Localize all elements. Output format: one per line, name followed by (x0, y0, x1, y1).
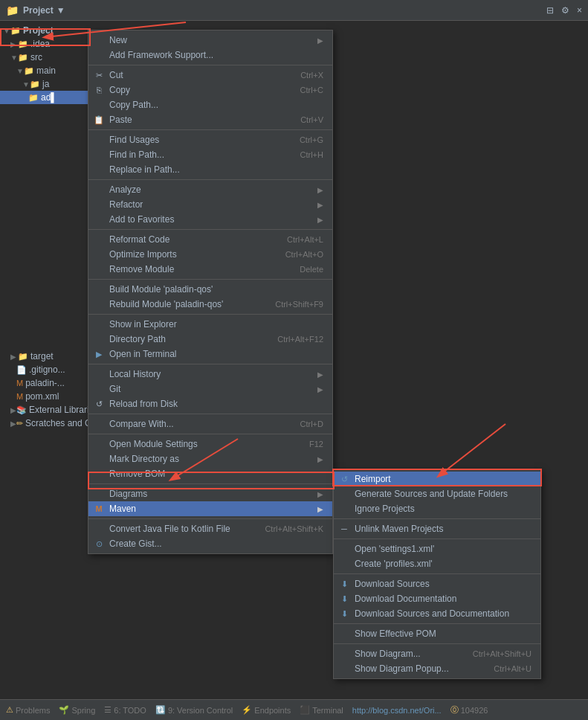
title-dropdown-arrow[interactable]: ▼ (56, 5, 65, 16)
tree-item-selected[interactable]: 📁 ad▌ (0, 91, 89, 104)
menu-item-copy-path[interactable]: Copy Path... (88, 97, 332, 112)
status-problems[interactable]: ⚠ Problems (6, 705, 50, 715)
project-icon: 📁 (6, 4, 19, 16)
menu-item-framework[interactable]: Add Framework Support... (88, 48, 332, 62)
tree-item-idea[interactable]: ▶ 📁 .idea (0, 37, 89, 51)
problems-label: Problems (16, 706, 50, 715)
menu-item-remove-bom[interactable]: Remove BOM (88, 466, 332, 481)
copy-icon: ⎘ (93, 84, 105, 96)
menu-item-maven[interactable]: M Maven ▶ (88, 501, 332, 516)
menu-item-optimize[interactable]: Optimize Imports Ctrl+Alt+O (88, 247, 332, 262)
status-version-control[interactable]: 🔃 9: Version Control (155, 705, 233, 715)
status-counter[interactable]: ⓪ 104926 (450, 704, 488, 716)
menu-item-compare[interactable]: Compare With... Ctrl+D (88, 417, 332, 431)
arrow-ext: ▶ (10, 406, 16, 414)
menu-item-find-usages[interactable]: Find Usages Ctrl+G (88, 132, 332, 147)
menu-item-find-in-path[interactable]: Find in Path... Ctrl+H (88, 147, 332, 162)
status-spring[interactable]: 🌱 Spring (59, 705, 95, 715)
menu-item-build-module[interactable]: Build Module 'paladin-qos' (88, 282, 332, 297)
submenu-item-create-profiles[interactable]: Create 'profiles.xml' (334, 556, 540, 571)
status-url[interactable]: http://blog.csdn.net/Ori... (352, 706, 442, 715)
shortcut-cut: Ctrl+X (285, 71, 323, 80)
submenu-item-open-settings[interactable]: Open 'settings1.xml' (334, 541, 540, 556)
submenu-sep-1 (334, 518, 540, 519)
menu-item-diagrams[interactable]: Diagrams ▶ (88, 486, 332, 501)
menu-label-build-module: Build Module 'paladin-qos' (109, 284, 213, 295)
tree-item-src[interactable]: ▼ 📁 src (0, 51, 89, 64)
menu-item-cut[interactable]: ✂ Cut Ctrl+X (88, 68, 332, 83)
menu-item-open-terminal[interactable]: ▶ Open in Terminal (88, 347, 332, 361)
menu-item-refactor[interactable]: Refactor ▶ (88, 197, 332, 212)
submenu-item-gen-sources[interactable]: Generate Sources and Update Folders (334, 486, 540, 501)
menu-item-mark-directory[interactable]: Mark Directory as ▶ (88, 451, 332, 466)
paste-icon: 📋 (93, 114, 105, 126)
submenu-item-ignore[interactable]: Ignore Projects (334, 501, 540, 516)
separator-8 (88, 414, 332, 414)
menu-item-git[interactable]: Git ▶ (88, 382, 332, 396)
separator-7 (88, 364, 332, 364)
tree-item-scratches[interactable]: ▶ ✏ Scratches and Consoles (0, 417, 89, 430)
tree-item-paladin[interactable]: M paladin-... (0, 376, 89, 390)
arrow-project: ▼ (3, 27, 10, 35)
gist-icon: ⊙ (93, 538, 105, 550)
menu-label-maven: Maven (109, 504, 136, 514)
submenu-label-gen-sources: Generate Sources and Update Folders (355, 489, 508, 499)
tree-label-selected: ad▌ (41, 92, 57, 103)
menu-item-reload-disk[interactable]: ↺ Reload from Disk (88, 396, 332, 411)
menu-item-paste[interactable]: 📋 Paste Ctrl+V (88, 112, 332, 127)
menu-item-local-history[interactable]: Local History ▶ (88, 367, 332, 382)
spring-label: Spring (71, 706, 95, 715)
menu-item-new[interactable]: New ▶ (88, 33, 332, 48)
submenu-item-effective-pom[interactable]: Show Effective POM (334, 626, 540, 641)
title-bar-title: Project (23, 5, 54, 16)
menu-label-diagrams: Diagrams (109, 489, 147, 499)
submenu-item-diagram-popup[interactable]: Show Diagram Popup... Ctrl+Alt+U (334, 661, 540, 676)
menu-item-replace-path[interactable]: Replace in Path... (88, 162, 332, 177)
tree-item-pom[interactable]: M pom.xml (0, 390, 89, 403)
shortcut-copy: Ctrl+C (285, 86, 323, 94)
menu-label-copy: Copy (109, 85, 130, 95)
status-endpoints[interactable]: ⚡ Endpoints (242, 705, 291, 715)
tree-item-target[interactable]: ▶ 📁 target (0, 350, 89, 363)
tree-item-ext-libs[interactable]: ▶ 📚 External Libraries (0, 403, 89, 417)
submenu-label-download-sources: Download Sources (355, 579, 430, 589)
title-bar: 📁 Project ▼ ⊟ ⚙ × (0, 0, 588, 21)
settings-icon[interactable]: ⚙ (561, 5, 569, 16)
menu-item-copy[interactable]: ⎘ Copy Ctrl+C (88, 83, 332, 97)
project-tree: ▼ 📁 Project ▶ 📁 .idea ▼ 📁 src ▼ 📁 main ▼… (0, 21, 89, 433)
submenu-item-download-both[interactable]: ⬇ Download Sources and Documentation (334, 606, 540, 621)
separator-9 (88, 434, 332, 434)
arrow-idea: ▶ (10, 40, 18, 48)
submenu-item-reimport[interactable]: ↺ Reimport (334, 472, 540, 486)
menu-item-analyze[interactable]: Analyze ▶ (88, 182, 332, 197)
menu-item-show-explorer[interactable]: Show in Explorer (88, 317, 332, 332)
menu-item-remove-module[interactable]: Remove Module Delete (88, 262, 332, 277)
menu-item-dir-path[interactable]: Directory Path Ctrl+Alt+F12 (88, 332, 332, 347)
menu-item-reformat[interactable]: Reformat Code Ctrl+Alt+L (88, 232, 332, 247)
menu-item-rebuild-module[interactable]: Rebuild Module 'paladin-qos' Ctrl+Shift+… (88, 297, 332, 312)
separator-10 (88, 483, 332, 484)
submenu-item-show-diagram[interactable]: Show Diagram... Ctrl+Alt+Shift+U (334, 646, 540, 661)
tree-item-main[interactable]: ▼ 📁 main (0, 64, 89, 77)
submenu-item-download-sources[interactable]: ⬇ Download Sources (334, 576, 540, 591)
submenu-item-unlink[interactable]: ─ Unlink Maven Projects (334, 521, 540, 536)
tree-item-gitignore[interactable]: 📄 .gitigno... (0, 363, 89, 376)
tree-item-ja[interactable]: ▼ 📁 ja (0, 77, 89, 91)
close-icon[interactable]: × (577, 5, 582, 16)
url-label: http://blog.csdn.net/Ori... (352, 706, 442, 715)
status-terminal[interactable]: ⬛ Terminal (300, 705, 343, 715)
menu-item-module-settings[interactable]: Open Module Settings F12 (88, 437, 332, 451)
submenu-label-create-profiles: Create 'profiles.xml' (355, 559, 433, 569)
pin-icon[interactable]: ⊟ (546, 5, 554, 16)
arrow-src: ▼ (10, 54, 18, 62)
submenu-item-download-docs[interactable]: ⬇ Download Documentation (334, 591, 540, 606)
menu-item-add-favorites[interactable]: Add to Favorites ▶ (88, 212, 332, 227)
tree-label-project: Project (23, 25, 54, 36)
tree-item-project[interactable]: ▼ 📁 Project (0, 24, 89, 37)
menu-label-cut: Cut (109, 70, 123, 80)
status-todo[interactable]: ☰ 6: TODO (104, 705, 146, 715)
menu-item-create-gist[interactable]: ⊙ Create Gist... (88, 536, 332, 551)
arrow-local-history: ▶ (317, 370, 323, 379)
menu-item-convert-kotlin[interactable]: Convert Java File to Kotlin File Ctrl+Al… (88, 521, 332, 536)
folder-icon-ja: 📁 (30, 80, 40, 89)
